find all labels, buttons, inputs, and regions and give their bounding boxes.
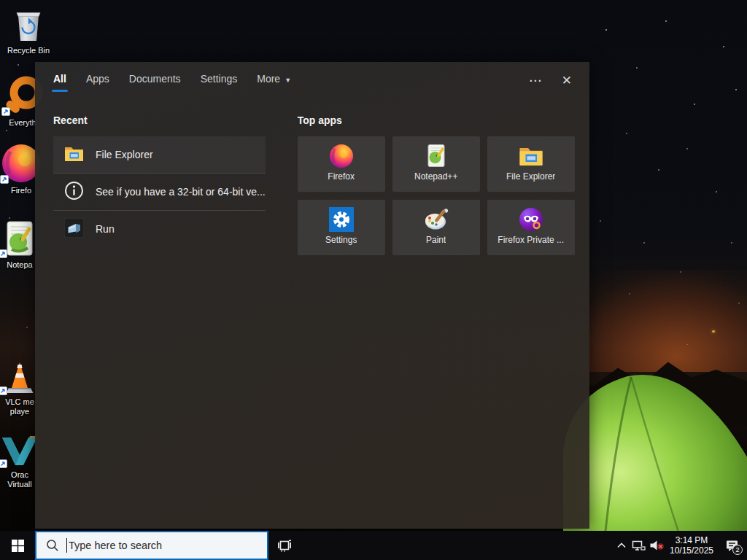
file-explorer-icon [519, 142, 543, 169]
task-view-button[interactable] [268, 531, 301, 560]
recent-item-label: See if you have a 32-bit or 64-bit ve... [96, 186, 266, 198]
notification-badge: 2 [732, 545, 743, 555]
close-button[interactable]: ✕ [562, 74, 572, 87]
recent-item-label: Run [96, 223, 115, 235]
more-options-button[interactable]: ··· [530, 75, 543, 86]
run-icon [64, 218, 84, 241]
top-apps-header: Top apps [298, 114, 575, 126]
recent-item-run[interactable]: Run [53, 211, 266, 247]
tray-network-icon[interactable] [630, 531, 648, 560]
top-app-label: Notepad++ [414, 171, 457, 182]
shortcut-arrow-icon [1, 107, 10, 116]
top-app-settings[interactable]: Settings [298, 200, 385, 255]
desktop-icon-label: Recycle Bin [4, 46, 53, 55]
top-app-firefox-private[interactable]: Firefox Private ... [487, 200, 575, 255]
search-tabs-bar: All Apps Documents Settings More▼ ··· ✕ [35, 62, 589, 98]
firefox-private-mask-icon [519, 206, 543, 233]
search-icon [46, 539, 59, 552]
desktop-icon-recycle-bin[interactable]: Recycle Bin [4, 6, 53, 55]
tray-date: 10/15/2025 [668, 545, 715, 556]
shortcut-arrow-icon [0, 459, 7, 468]
notepadpp-icon [425, 142, 447, 169]
tray-chevron-up-icon[interactable] [613, 531, 630, 560]
tray-clock[interactable]: 3:14 PM 10/15/2025 [665, 535, 718, 556]
recent-section: Recent File Explorer [53, 114, 266, 255]
top-app-notepadpp[interactable]: Notepad++ [392, 136, 480, 192]
recent-item-label: File Explorer [96, 149, 153, 160]
windows-logo-icon [12, 540, 24, 552]
tab-settings[interactable]: Settings [201, 69, 238, 92]
search-flyout-panel: All Apps Documents Settings More▼ ··· ✕ … [35, 62, 589, 529]
taskbar: 3:14 PM 10/15/2025 2 [0, 531, 747, 560]
shortcut-arrow-icon [0, 386, 7, 395]
start-button[interactable] [0, 531, 35, 560]
desktop: Recycle Bin Everyth Firefo [0, 0, 747, 560]
top-app-firefox[interactable]: Firefox [298, 136, 385, 192]
top-app-label: File Explorer [506, 171, 555, 182]
recent-item-32bit-64bit[interactable]: See if you have a 32-bit or 64-bit ve... [53, 174, 266, 210]
action-center-button[interactable]: 2 [718, 531, 747, 560]
info-icon [64, 181, 84, 203]
wallpaper-bright-star [712, 330, 715, 332]
tab-all[interactable]: All [53, 69, 66, 92]
task-view-icon [277, 539, 292, 552]
chevron-down-icon: ▼ [285, 77, 291, 84]
top-app-label: Firefox [328, 171, 355, 182]
tab-apps[interactable]: Apps [86, 69, 109, 92]
taskbar-search-box[interactable] [35, 531, 268, 560]
tray-time: 3:14 PM [668, 535, 715, 545]
top-apps-section: Top apps Firefox [298, 114, 575, 255]
paint-palette-icon [422, 206, 450, 233]
system-tray: 3:14 PM 10/15/2025 2 [613, 531, 747, 560]
wallpaper-stars [0, 0, 1, 1]
tab-documents[interactable]: Documents [129, 69, 181, 92]
top-app-label: Settings [325, 235, 357, 245]
file-explorer-icon [64, 145, 84, 165]
recent-header: Recent [53, 114, 266, 126]
shortcut-arrow-icon [0, 175, 9, 184]
top-app-file-explorer[interactable]: File Explorer [487, 136, 575, 192]
search-input[interactable] [69, 540, 251, 551]
top-app-label: Paint [426, 235, 446, 245]
top-app-paint[interactable]: Paint [392, 200, 480, 255]
shortcut-arrow-icon [0, 249, 7, 258]
firefox-icon [329, 142, 354, 169]
tray-volume-muted-icon[interactable] [648, 531, 665, 560]
recent-item-file-explorer[interactable]: File Explorer [53, 136, 266, 173]
recycle-bin-icon [4, 6, 53, 44]
text-cursor [66, 538, 67, 553]
wallpaper-sunset-glow [562, 270, 747, 372]
settings-gear-icon [329, 206, 354, 233]
top-app-label: Firefox Private ... [498, 235, 564, 245]
tab-more[interactable]: More▼ [257, 69, 291, 92]
